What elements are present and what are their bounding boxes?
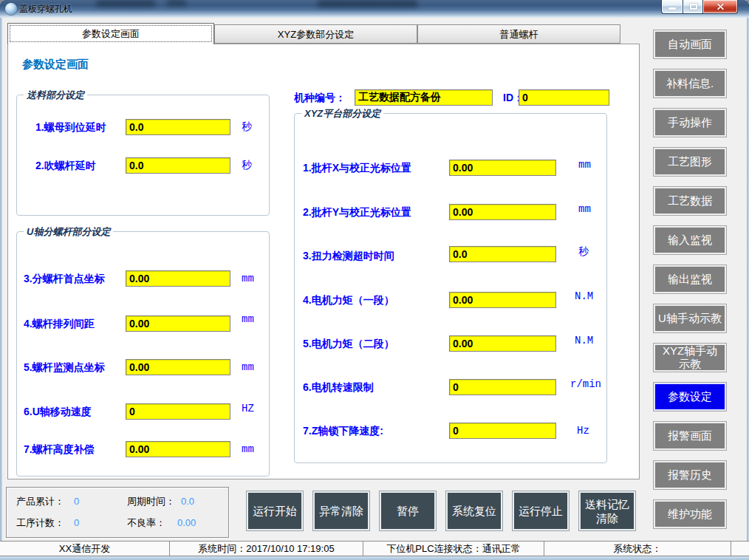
window-frame-left bbox=[0, 18, 2, 556]
window-controls bbox=[661, 0, 738, 14]
screw-monitor-point-input[interactable] bbox=[126, 359, 230, 375]
field-unit: mm bbox=[242, 270, 254, 287]
maximize-button[interactable] bbox=[683, 0, 703, 14]
sidebar-item-xyz-axis-teach[interactable]: XYZ轴手动示教 bbox=[653, 343, 727, 372]
field-unit: 秒 bbox=[578, 244, 589, 260]
sidebar-item-output-monitor[interactable]: 输出监视 bbox=[653, 264, 727, 294]
field-label: 6.电机转速限制 bbox=[303, 379, 374, 395]
app-window: 盖板穿螺孔机 参数设定画面 XYZ参数部分设定 普通螺杆 参数设定画面 机种编号… bbox=[0, 0, 749, 560]
counter-value: 0 bbox=[74, 496, 79, 507]
status-developer: XX通信开发 bbox=[0, 542, 170, 556]
sidebar-item-maintenance[interactable]: 维护功能 bbox=[653, 499, 727, 529]
sidebar-item-process-graphic[interactable]: 工艺图形 bbox=[653, 147, 727, 177]
nut-arrival-delay-input[interactable] bbox=[126, 119, 230, 135]
page-title: 参数设定画面 bbox=[22, 58, 89, 72]
field-label: 2.批杆Y与校正光标位置 bbox=[303, 204, 411, 220]
field-label: 3.扭力检测超时时间 bbox=[303, 247, 394, 264]
window-title: 盖板穿螺孔机 bbox=[19, 3, 72, 16]
screw-blow-delay-input[interactable] bbox=[126, 157, 230, 174]
field-label: 5.电机力矩（二段） bbox=[303, 335, 394, 352]
status-spacer bbox=[731, 542, 749, 556]
field-unit: mm bbox=[242, 311, 254, 327]
field-unit: HZ bbox=[242, 400, 254, 417]
field-label: 5.螺杆监测点坐标 bbox=[24, 359, 105, 375]
group-feed-title: 送料部分设定 bbox=[24, 89, 87, 102]
bit-x-correction-input[interactable] bbox=[449, 160, 556, 176]
window-frame-bottom bbox=[0, 556, 749, 560]
field-unit: N.M bbox=[575, 288, 593, 304]
feed-memory-clear-button[interactable]: 送料记忆清除 bbox=[578, 491, 636, 531]
status-plc-connection: 下位机PLC连接状态：通讯正常 bbox=[363, 542, 544, 556]
system-reset-button[interactable]: 系统复位 bbox=[445, 491, 503, 531]
minimize-button[interactable] bbox=[661, 0, 683, 14]
field-label: 4.电机力矩（一段） bbox=[303, 292, 394, 308]
glass-artifact bbox=[167, 0, 186, 6]
field-unit: 秒 bbox=[242, 157, 252, 174]
group-u-axis-title: U轴分螺杆部分设定 bbox=[24, 225, 113, 239]
sidebar-item-refill-info[interactable]: 补料信息. bbox=[653, 69, 727, 98]
glass-artifact bbox=[96, 0, 155, 7]
tab-parameter-setting[interactable]: 参数设定画面 bbox=[7, 23, 214, 44]
group-feed-settings: 送料部分设定 bbox=[16, 95, 270, 216]
field-unit: 秒 bbox=[242, 119, 252, 135]
field-label: 1.批杆X与校正光标位置 bbox=[303, 160, 411, 176]
machine-model-input[interactable] bbox=[355, 89, 493, 106]
title-bar: 盖板穿螺孔机 bbox=[0, 0, 749, 18]
counter-label: 产品累计： bbox=[16, 495, 64, 508]
field-label: 6.U轴移动速度 bbox=[24, 403, 92, 420]
u-axis-speed-input[interactable] bbox=[126, 403, 230, 420]
motor-torque-1-input[interactable] bbox=[449, 292, 556, 308]
field-unit: r/min bbox=[570, 376, 601, 392]
screw-pitch-input[interactable] bbox=[126, 315, 230, 332]
counter-value: 0.0 bbox=[181, 496, 194, 507]
counter-label: 工序计数： bbox=[16, 516, 64, 530]
run-start-button[interactable]: 运行开始 bbox=[246, 491, 304, 531]
z-axis-lock-descent-speed-input[interactable] bbox=[449, 423, 556, 439]
close-button[interactable] bbox=[703, 0, 738, 14]
sidebar-item-alarm-history[interactable]: 报警历史 bbox=[653, 460, 727, 490]
error-clear-button[interactable]: 异常清除 bbox=[312, 491, 370, 531]
sidebar-item-alarm-screen[interactable]: 报警画面 bbox=[653, 421, 727, 451]
field-unit: Hz bbox=[577, 423, 589, 439]
pause-button[interactable]: 暂停 bbox=[379, 491, 437, 531]
status-bar: XX通信开发 系统时间：2017/10/10 17:19:05 下位机PLC连接… bbox=[0, 541, 749, 556]
screw-first-point-input[interactable] bbox=[126, 270, 230, 287]
glass-artifact bbox=[318, 0, 417, 7]
sidebar-item-manual-operation[interactable]: 手动操作 bbox=[653, 108, 727, 137]
sidebar-item-parameter-setting[interactable]: 参数设定 bbox=[653, 382, 727, 412]
minimize-icon bbox=[668, 7, 676, 10]
field-label: 7.螺杆高度补偿 bbox=[24, 441, 95, 457]
sidebar-item-input-monitor[interactable]: 输入监视 bbox=[653, 225, 727, 255]
sidebar-item-u-axis-teach[interactable]: U轴手动示教 bbox=[653, 304, 727, 333]
field-label: 4.螺杆排列间距 bbox=[24, 315, 95, 332]
field-unit: mm bbox=[242, 441, 254, 457]
motor-torque-2-input[interactable] bbox=[449, 335, 556, 352]
tab-normal-screw[interactable]: 普通螺杆 bbox=[417, 24, 620, 44]
field-unit: mm bbox=[578, 157, 591, 173]
counter-value: 0 bbox=[74, 517, 79, 528]
close-icon bbox=[716, 3, 725, 11]
field-label: 3.分螺杆首点坐标 bbox=[24, 270, 105, 287]
field-label: 2.吹螺杆延时 bbox=[35, 157, 96, 174]
status-system-state: 系统状态： bbox=[544, 542, 731, 556]
group-xyz-title: XYZ平台部分设定 bbox=[301, 107, 383, 120]
sidebar-item-auto-screen[interactable]: 自动画面 bbox=[653, 30, 727, 59]
counter-value: 0.00 bbox=[177, 517, 196, 528]
maximize-icon bbox=[690, 4, 697, 10]
app-icon bbox=[5, 3, 17, 15]
field-unit: mm bbox=[242, 359, 254, 375]
tab-xyz-parameter[interactable]: XYZ参数部分设定 bbox=[214, 24, 417, 44]
machine-model-label: 机种编号： bbox=[294, 89, 346, 106]
screw-height-compensation-input[interactable] bbox=[126, 441, 230, 457]
bit-y-correction-input[interactable] bbox=[449, 204, 556, 220]
run-stop-button[interactable]: 运行停止 bbox=[512, 491, 570, 531]
field-unit: mm bbox=[578, 201, 591, 217]
group-u-axis-settings: U轴分螺杆部分设定 bbox=[16, 231, 270, 477]
torque-timeout-input[interactable] bbox=[449, 246, 556, 262]
status-system-time: 系统时间：2017/10/10 17:19:05 bbox=[170, 542, 363, 556]
motor-speed-limit-input[interactable] bbox=[449, 379, 556, 395]
counter-label: 不良率： bbox=[127, 516, 165, 530]
machine-id-input[interactable] bbox=[519, 89, 609, 106]
sidebar-item-process-data[interactable]: 工艺数据 bbox=[653, 186, 727, 216]
field-unit: N.M bbox=[575, 332, 593, 349]
